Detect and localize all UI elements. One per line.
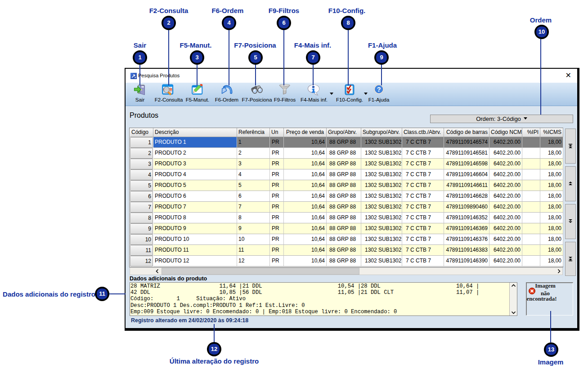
svg-text:?: ? [377, 86, 381, 93]
